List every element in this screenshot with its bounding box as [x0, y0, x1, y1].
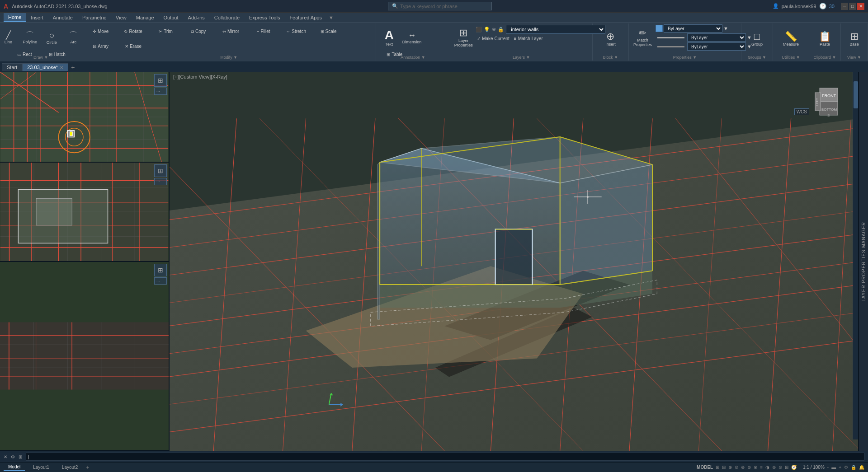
trim-button[interactable]: ✂Trim [150, 28, 182, 34]
viewport-scrollbar[interactable] [853, 72, 858, 439]
layout1-tab[interactable]: Layout1 [28, 464, 54, 471]
command-input[interactable] [26, 453, 864, 461]
workspace-settings[interactable]: ⚙ [844, 465, 848, 470]
match-properties-button[interactable]: ✏ MatchProperties [632, 24, 654, 51]
titlebar: A Autodesk AutoCAD 2021 23.03_uhose.dwg … [0, 0, 868, 13]
measure-button[interactable]: 📏 Measure [781, 26, 802, 52]
polyline-button[interactable]: ⌒ Polyline [19, 24, 40, 51]
layer-properties-button[interactable]: ⊞ LayerProperties [453, 24, 474, 51]
ribbon-tab-bar: Home Insert Annotate Parametric View Man… [0, 13, 868, 23]
tab-manage[interactable]: Manage [132, 14, 159, 22]
object-snap-toggle[interactable]: ⊛ [741, 465, 745, 470]
base-button[interactable]: ⊞ Base [844, 26, 865, 52]
erase-button[interactable]: ✕Erase [118, 43, 149, 49]
make-current-button[interactable]: ✓ Make Current [476, 36, 511, 42]
copy-button[interactable]: ⧉Copy [183, 28, 214, 35]
polar-toggle[interactable]: ⊙ [735, 465, 738, 470]
array-button[interactable]: ⊟Array [85, 43, 117, 49]
top-vp-more[interactable]: ··· [154, 88, 167, 95]
middle-viewport[interactable]: ⊞ ··· [0, 163, 169, 262]
trim-icon: ✂ [159, 29, 162, 34]
insert-button[interactable]: ⊕ Insert [600, 26, 621, 52]
match-layer-button[interactable]: ≡ Match Layer [513, 36, 544, 42]
3d-object-snap[interactable]: ⊝ [778, 465, 782, 470]
main-viewport-area[interactable]: [+][Custom View][X-Ray] [170, 72, 858, 451]
rotate-button[interactable]: ↻Rotate [118, 28, 149, 34]
scrollbar-thumb[interactable] [854, 81, 858, 108]
zoom-in[interactable]: + [839, 465, 841, 470]
mirror-button[interactable]: ⇔Mirror [215, 28, 247, 34]
minimize-button[interactable]: ─ [841, 3, 848, 10]
zoom-out[interactable]: - [827, 465, 829, 470]
groups-group: □ Group Groups ▼ [741, 23, 773, 61]
group-button[interactable]: □ Group [747, 26, 768, 52]
search-box[interactable]: 🔍 Type a keyword or phrase [388, 2, 492, 10]
tab-express[interactable]: Express Tools [245, 14, 285, 22]
svg-point-105 [587, 196, 589, 198]
line-button[interactable]: ╱ Line [0, 24, 19, 51]
tab-output[interactable]: Output [159, 14, 184, 22]
circle-button[interactable]: ○ Circle [41, 24, 62, 51]
linetype-dropdown[interactable]: ByLayer [687, 33, 746, 42]
arc-button[interactable]: ⌒ Arc [63, 24, 84, 51]
restore-button[interactable]: □ [849, 3, 856, 10]
text-button[interactable]: A Text [379, 24, 400, 51]
main-drawing-canvas[interactable] [170, 72, 858, 451]
view-group: ⊞ Base View ▼ [841, 23, 868, 61]
mid-vp-more[interactable]: ··· [154, 178, 167, 185]
ucs-toggle[interactable]: ⊗ [754, 465, 757, 470]
snap-toggle[interactable]: ⊟ [722, 465, 726, 470]
navigation-bar[interactable]: 🧭 [791, 465, 797, 470]
gizmo-toggle[interactable]: ⊞ [785, 465, 788, 470]
layer-select[interactable]: interior walls 0 Defpoints [506, 25, 605, 34]
view-cube[interactable]: FRONT BOTTOM LEFT S [813, 86, 844, 117]
cmd-expand-icon[interactable]: ⊞ [19, 454, 22, 459]
tab-featured[interactable]: Featured Apps [285, 14, 327, 22]
lineweight-toggle[interactable]: ≡ [760, 465, 763, 470]
tab-insert[interactable]: Insert [26, 14, 48, 22]
transparency-toggle[interactable]: ◑ [765, 465, 769, 470]
drawing-tab[interactable]: 23.03_uhose* ✕ [22, 63, 68, 71]
notifications[interactable]: 🔔 [859, 465, 864, 470]
bottom-viewport[interactable]: ⊞ ··· [0, 262, 169, 451]
dimension-button[interactable]: ↔ Dimension [401, 24, 424, 51]
settings-cmd-icon[interactable]: ⚙ [11, 454, 15, 459]
color-dropdown[interactable]: ByLayer [664, 24, 722, 33]
color-swatch[interactable] [656, 25, 663, 32]
top-vp-settings[interactable]: ⊞ [154, 74, 167, 87]
model-tab[interactable]: Model [4, 463, 25, 471]
stretch-button[interactable]: ↔Stretch [280, 28, 312, 34]
object-track-toggle[interactable]: ⊚ [747, 465, 751, 470]
bot-vp-settings[interactable]: ⊞ [154, 264, 167, 276]
ortho-toggle[interactable]: ⊕ [728, 465, 732, 470]
tab-home[interactable]: Home [4, 13, 26, 22]
tab-annotate[interactable]: Annotate [48, 14, 78, 22]
paste-button[interactable]: 📋 Paste [815, 26, 835, 52]
zoom-slider[interactable]: ▬ [831, 465, 836, 470]
svg-rect-44 [36, 198, 72, 225]
close-button[interactable]: ✕ [857, 3, 864, 10]
svg-text:FRONT: FRONT [822, 93, 836, 98]
more-tabs[interactable]: ▼ [329, 15, 334, 20]
tab-addins[interactable]: Add-ins [184, 14, 210, 22]
fillet-button[interactable]: ⌐Fillet [248, 28, 279, 34]
scale-button[interactable]: ⊞Scale [313, 28, 344, 34]
grid-toggle[interactable]: ⊞ [716, 465, 719, 470]
bot-vp-more[interactable]: ··· [154, 277, 167, 285]
top-viewport[interactable]: ⊞ ··· [0, 72, 169, 163]
status-lock[interactable]: 🔒 [851, 465, 856, 470]
tab-parametric[interactable]: Parametric [78, 14, 111, 22]
start-tab[interactable]: Start [2, 63, 22, 71]
close-tab-button[interactable]: ✕ [60, 65, 63, 70]
add-layout-button[interactable]: + [86, 464, 89, 471]
tab-collaborate[interactable]: Collaborate [210, 14, 245, 22]
draw-group: ╱ Line ⌒ Polyline ○ Circle ⌒ Arc ▭ [0, 23, 82, 61]
move-button[interactable]: ✛Move [85, 28, 117, 34]
layout2-tab[interactable]: Layout2 [57, 464, 83, 471]
mid-vp-settings[interactable]: ⊞ [154, 164, 167, 177]
tab-view[interactable]: View [111, 14, 132, 22]
close-cmd-icon[interactable]: ✕ [4, 454, 7, 459]
lineweight-dropdown[interactable]: ByLayer [687, 42, 746, 51]
add-tab-button[interactable]: + [68, 63, 77, 72]
selection-cycling[interactable]: ⊜ [772, 465, 776, 470]
